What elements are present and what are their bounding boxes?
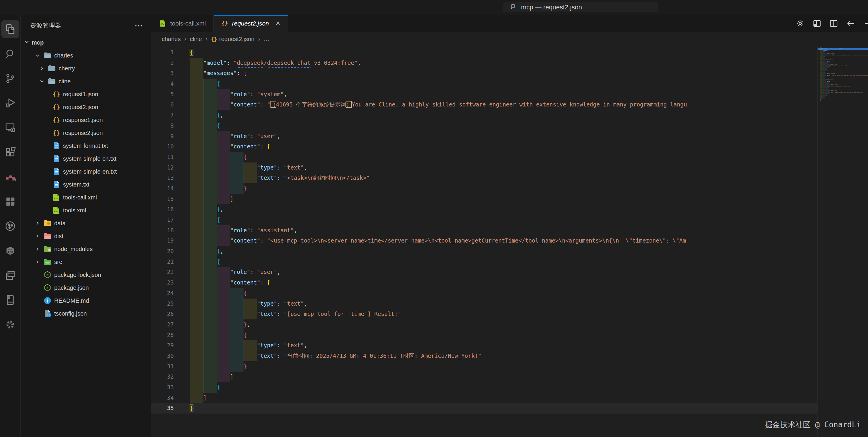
json-icon: {} [51,91,61,98]
tree-item-node_modules[interactable]: node_modules [21,242,151,256]
code-line-12: 12"type": "text", [151,163,868,173]
tree-item-README.md[interactable]: README.md [21,294,151,307]
tree-item-dist[interactable]: dist [21,230,151,242]
indent-guide [204,246,217,257]
code-line-15: 15] [151,194,868,204]
split-editor-icon[interactable] [829,19,838,28]
indent-guide [190,319,204,330]
indent-guide [190,361,204,372]
customize-layout-icon[interactable] [813,19,822,28]
tree-item-tools-call.xml[interactable]: <>tools-call.xml [21,191,151,204]
indent-guide [230,152,244,163]
tree-item-package-lock.json[interactable]: JSpackage-lock.json [21,268,151,281]
more-actions-icon[interactable]: ⋯ [134,24,144,27]
tree-item-response2.json[interactable]: {}response2.json [21,126,151,139]
indent-guide [217,298,230,309]
line-number: 35 [151,403,182,413]
nav-back-icon[interactable] [846,19,856,28]
run-debug-icon[interactable] [0,91,21,115]
indent-guide [204,382,217,393]
indent-guide [190,351,204,361]
tree-item-charles[interactable]: charles [21,49,151,62]
indent-guide [204,110,217,120]
line-number: 25 [151,298,182,309]
indent-guide [217,361,230,372]
line-number: 15 [151,194,182,204]
close-icon[interactable]: × [276,19,280,28]
tree-item-system-simple-en.txt[interactable]: system-simple-en.txt [21,165,151,178]
indent-guide [204,340,217,351]
indent-guide [217,288,230,298]
tree-item-cherry[interactable]: cherry [21,62,151,75]
indent-guide [217,173,230,183]
extension-windows-icon[interactable] [0,263,21,288]
source-control-icon[interactable] [0,66,21,91]
indent-guide [204,267,217,278]
svg-text:JS: JS [46,287,50,290]
code-line-1: 1{ [151,47,868,58]
tree-item-system-format.txt[interactable]: system-format.txt [21,139,151,152]
search-icon[interactable] [0,41,21,66]
tree-item-tools.xml[interactable]: <>tools.xml [21,204,151,217]
remote-explorer-icon[interactable] [0,115,21,140]
indent-guide [244,340,257,351]
tree-item-data[interactable]: data [21,217,151,230]
svg-text:TS: TS [47,314,50,317]
extension-share-icon[interactable] [0,214,21,238]
extensions-icon[interactable] [0,140,21,165]
nav-forward-icon[interactable] [863,19,868,28]
breadcrumb-item[interactable]: {}request2.json [211,36,254,42]
tree-item-request1.json[interactable]: {}request1.json [21,88,151,100]
indent-guide [217,141,230,152]
settings-gear-icon[interactable] [796,19,805,28]
tab-tools-call.xml[interactable]: <>tools-call.xml [151,15,214,32]
indent-guide [190,131,204,142]
section-header-mcp[interactable]: mcp [21,36,151,49]
tree-item-label: tools-call.xml [63,194,97,201]
command-center[interactable]: mcp — request2.json [503,2,658,12]
indent-guide [217,131,230,142]
tree-item-package.json[interactable]: JSpackage.json [21,281,151,294]
tree-item-request2.json[interactable]: {}request2.json [21,100,151,114]
code-line-10: 10"content": [ [151,141,868,152]
json-icon: {} [51,129,61,136]
line-number: 6 [151,99,182,110]
extension-cube-code-icon[interactable]: </> [0,238,21,263]
indent-guide [217,278,230,288]
extension-blocks-icon[interactable] [0,165,21,189]
explorer-icon[interactable] [0,17,21,41]
indent-guide [190,372,204,382]
breadcrumb-item[interactable]: charles [162,36,181,42]
indent-guide [217,235,230,246]
extension-device-icon[interactable] [0,288,21,312]
extension-grid-icon[interactable] [0,189,21,214]
tree-item-cline[interactable]: cline [21,75,151,88]
tab-request2.json[interactable]: {}request2.json× [214,15,288,32]
minimap[interactable]: 1{2"model": "deepseek/deepseek-chat-v3-0… [817,46,868,437]
line-number: 23 [151,278,182,288]
indent-guide [204,131,217,142]
tree-item-src[interactable]: </>src [21,256,151,268]
extension-pinwheel-icon[interactable] [0,312,21,337]
xml-icon: <> [51,206,61,214]
breadcrumb-item[interactable]: cline [190,36,202,42]
line-number: 34 [151,393,182,403]
tree-item-response1.json[interactable]: {}response1.json [21,114,151,126]
tree-item-tsconfig.json[interactable]: TStsconfig.json [21,307,151,320]
file-tree: charlescherrycline{}request1.json{}reque… [21,49,151,320]
indent-guide [204,351,217,361]
title-bar: mcp — request2.json [0,0,868,15]
indent-guide [190,163,204,173]
svg-text:<>: <> [160,22,164,26]
code-line-24: 24{ [151,288,868,298]
indent-guide [217,194,230,204]
code-editor[interactable]: 1{2"model": "deepseek/deepseek-chat-v3-0… [151,46,868,437]
breadcrumb[interactable]: charles›cline›{}request2.json›… [151,32,868,46]
breadcrumb-item[interactable]: … [264,36,269,42]
indent-guide [190,246,204,257]
code-line-8: 8{ [151,120,868,131]
tree-item-system-simple-cn.txt[interactable]: system-simple-cn.txt [21,152,151,165]
tree-item-system.txt[interactable]: system.txt [21,178,151,191]
indent-guide [230,163,244,173]
indent-guide [190,194,204,204]
